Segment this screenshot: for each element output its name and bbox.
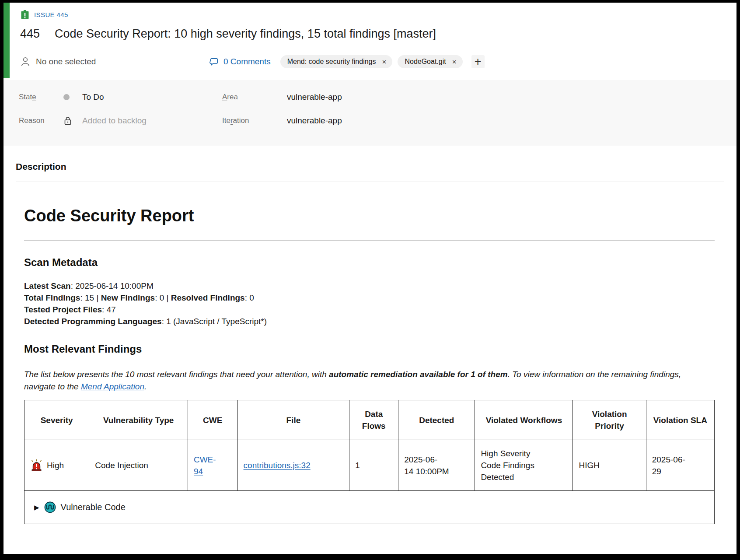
- reason-field: Reason Added to backlog: [19, 113, 222, 128]
- state-label: State: [19, 93, 63, 102]
- area-value[interactable]: vulnerable-app: [287, 92, 342, 102]
- tag-label: NodeGoat.git: [405, 58, 446, 66]
- mend-application-link[interactable]: Mend Application: [81, 382, 144, 391]
- state-dot-icon: [63, 94, 82, 100]
- lock-icon: [63, 116, 82, 126]
- col-file: File: [237, 400, 349, 440]
- wave-icon: [44, 501, 56, 513]
- classification-column: Area vulnerable-app Iteration vulnerable…: [222, 90, 737, 137]
- description-heading: Description: [16, 161, 724, 172]
- cwe-cell: CWE- 94: [188, 440, 237, 491]
- comments-count-label: 0 Comments: [223, 57, 271, 66]
- col-violated-workflows: Violated Workflows: [475, 400, 573, 440]
- scan-metadata-heading: Scan Metadata: [24, 256, 715, 269]
- cwe-link[interactable]: CWE- 94: [194, 455, 216, 476]
- severity-value: High: [47, 459, 64, 471]
- tag-pill[interactable]: Mend: code security findings ×: [280, 55, 393, 68]
- findings-table: Severity Vulnerability Type CWE File Dat…: [24, 400, 715, 524]
- severity-cell: High: [24, 440, 89, 491]
- iteration-value[interactable]: vulnerable-app: [287, 116, 342, 126]
- state-field: State To Do: [19, 90, 222, 105]
- vulnerability-type-cell: Code Injection: [89, 440, 188, 491]
- work-item-window: ISSUE 445 445 Code Security Report: 10 h…: [3, 3, 737, 554]
- work-item-id: 445: [20, 27, 40, 41]
- vulnerable-code-cell: ▶ Vulnerable Code: [24, 491, 715, 524]
- tag-pill[interactable]: NodeGoat.git ×: [398, 55, 462, 68]
- finding-row: High Code Injection CWE- 94 contribution…: [24, 440, 715, 491]
- siren-icon: [30, 459, 43, 471]
- description-divider: [16, 182, 724, 182]
- expander-triangle-icon: ▶: [34, 501, 39, 513]
- area-label: Area: [222, 93, 287, 102]
- report-title: Code Security Report: [24, 206, 715, 225]
- col-cwe: CWE: [188, 400, 237, 440]
- most-relevant-findings-heading: Most Relevant Findings: [24, 343, 715, 355]
- work-item-type-row: ISSUE 445: [20, 9, 726, 20]
- vulnerable-code-label: Vulnerable Code: [61, 501, 126, 513]
- work-item-meta-row: No one selected 0 Comments Mend: code se…: [20, 54, 726, 70]
- violation-sla-cell: 2025-06- 29: [646, 440, 714, 491]
- work-item-type-color-bar: [3, 3, 10, 78]
- file-cell: contributions.js:32: [237, 440, 349, 491]
- state-value[interactable]: To Do: [82, 92, 104, 102]
- tag-label: Mend: code security findings: [287, 58, 376, 66]
- iteration-label: Iteration: [222, 116, 287, 125]
- area-field: Area vulnerable-app: [222, 90, 737, 105]
- vulnerable-code-expander[interactable]: ▶ Vulnerable Code: [34, 501, 705, 513]
- person-icon: [20, 56, 31, 67]
- reason-label: Reason: [19, 116, 63, 125]
- findings-header-row: Severity Vulnerability Type CWE File Dat…: [24, 400, 715, 440]
- issue-type-icon: [20, 10, 30, 19]
- work-item-type-label[interactable]: ISSUE 445: [34, 11, 68, 18]
- violation-priority-cell: HIGH: [573, 440, 646, 491]
- vulnerable-code-row: ▶ Vulnerable Code: [24, 491, 715, 524]
- scan-metadata-text: Latest Scan: 2025-06-14 10:00PM Total Fi…: [24, 280, 715, 327]
- col-vulnerability-type: Vulnerability Type: [89, 400, 188, 440]
- report-divider: [24, 240, 715, 241]
- work-item-header: ISSUE 445 445 Code Security Report: 10 h…: [3, 3, 737, 70]
- findings-intro-text: The list below presents the 10 most rele…: [24, 368, 715, 393]
- data-flows-cell: 1: [349, 440, 398, 491]
- col-violation-sla: Violation SLA: [646, 400, 714, 440]
- work-item-title-row: 445 Code Security Report: 10 high severi…: [20, 27, 726, 41]
- violated-workflows-cell: High Severity Code Findings Detected: [475, 440, 573, 491]
- col-severity: Severity: [24, 400, 89, 440]
- screenshot-frame: ISSUE 445 445 Code Security Report: 10 h…: [0, 0, 740, 560]
- description-body: Code Security Report Scan Metadata Lates…: [3, 206, 737, 524]
- tag-remove-icon[interactable]: ×: [382, 58, 386, 66]
- comments-link[interactable]: 0 Comments: [209, 57, 271, 67]
- state-column: State To Do Reason Added to backlog: [19, 90, 222, 137]
- assignee-picker[interactable]: No one selected: [20, 56, 209, 67]
- add-tag-button[interactable]: +: [471, 55, 485, 68]
- tag-remove-icon[interactable]: ×: [452, 58, 457, 66]
- work-item-fields-strip: State To Do Reason Added to backlog: [3, 80, 737, 146]
- comment-bubble-icon: [209, 57, 219, 67]
- reason-value[interactable]: Added to backlog: [82, 116, 147, 126]
- description-section: Description: [3, 146, 737, 182]
- col-detected: Detected: [398, 400, 475, 440]
- col-violation-priority: Violation Priority: [573, 400, 646, 440]
- col-data-flows: Data Flows: [349, 400, 398, 440]
- iteration-field: Iteration vulnerable-app: [222, 113, 737, 128]
- detected-cell: 2025-06- 14 10:00PM: [398, 440, 475, 491]
- tag-list: Mend: code security findings × NodeGoat.…: [280, 55, 485, 68]
- assignee-label: No one selected: [36, 57, 96, 66]
- work-item-title[interactable]: Code Security Report: 10 high severity f…: [55, 27, 726, 41]
- file-link[interactable]: contributions.js:32: [244, 461, 311, 470]
